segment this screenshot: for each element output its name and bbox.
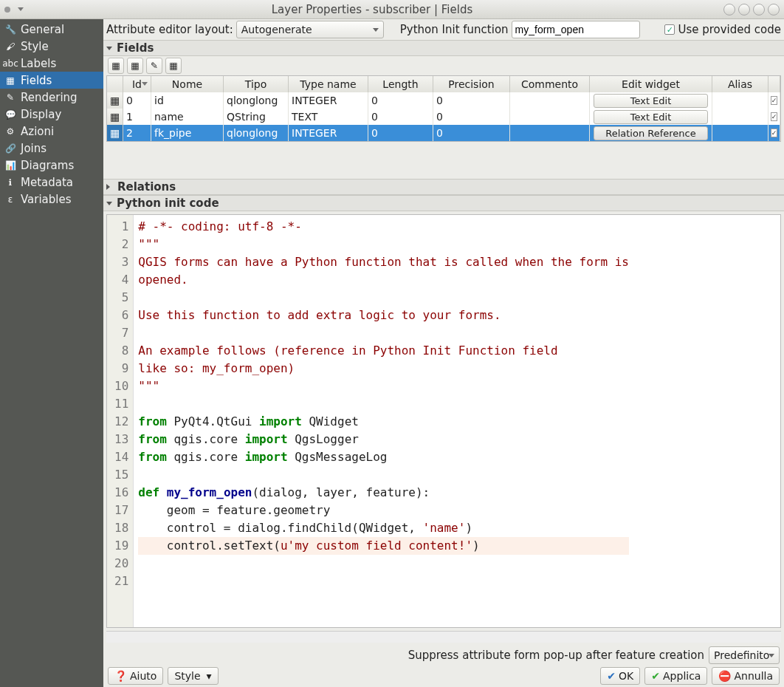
col-nome[interactable]: Nome — [151, 76, 224, 92]
col-tipo[interactable]: Tipo — [224, 76, 289, 92]
sidebar-icon: 🔧 — [4, 24, 16, 35]
python-code-editor[interactable]: 123456789101112131415161718192021 # -*- … — [106, 214, 781, 628]
help-button[interactable]: ❓Aiuto — [108, 667, 163, 685]
sidebar-item-style[interactable]: 🖌Style — [0, 38, 103, 55]
cell-id: 1 — [123, 109, 151, 125]
section-python-title: Python init code — [117, 196, 219, 210]
sidebar-item-label: Variables — [21, 193, 72, 206]
row-header-corner — [107, 76, 123, 92]
new-field-button[interactable]: ▦ — [108, 58, 124, 74]
code-content[interactable]: # -*- coding: utf-8 -*-"""QGIS forms can… — [134, 215, 633, 627]
cancel-icon: ⛔ — [718, 670, 731, 682]
cell-alias — [712, 109, 768, 125]
sidebar-item-label: Fields — [21, 74, 52, 87]
sidebar-icon: ⚙ — [4, 126, 16, 137]
cell-typename: INTEGER — [289, 125, 368, 141]
sidebar-item-rendering[interactable]: ✎Rendering — [0, 89, 103, 106]
cell-alias — [712, 125, 768, 141]
table-row[interactable]: ▦1nameQStringTEXT00Text Edit✓ — [107, 109, 780, 125]
cell-id: 2 — [123, 125, 151, 141]
cell-nome: name — [151, 109, 224, 125]
window-maximize-icon[interactable] — [753, 4, 765, 16]
cell-commento — [510, 92, 590, 109]
sidebar-item-label: Joins — [21, 142, 47, 155]
sidebar-item-joins[interactable]: 🔗Joins — [0, 140, 103, 157]
cell-tipo: qlonglong — [224, 92, 289, 109]
collapse-icon — [106, 202, 112, 205]
cell-widget: Text Edit — [590, 92, 712, 109]
sidebar-icon: 🖌 — [4, 41, 16, 52]
table-row[interactable]: ▦0idqlonglongINTEGER00Text Edit✓ — [107, 92, 780, 109]
window-title: Layer Properties - subscriber | Fields — [272, 3, 473, 16]
cell-check[interactable]: ✓ — [768, 125, 780, 141]
python-init-function-input[interactable] — [512, 21, 640, 38]
sidebar-item-display[interactable]: 💬Display — [0, 106, 103, 123]
sidebar-item-metadata[interactable]: ℹMetadata — [0, 174, 103, 191]
suppress-form-combo[interactable]: Predefinito — [709, 646, 780, 664]
style-button[interactable]: Style▾ — [168, 667, 218, 685]
sidebar-icon: ℹ — [4, 177, 16, 188]
field-calculator-button[interactable]: ▦ — [165, 58, 182, 74]
sidebar-icon: 💬 — [4, 109, 16, 120]
checkbox-icon: ✓ — [771, 112, 778, 121]
sidebar-item-diagrams[interactable]: 📊Diagrams — [0, 157, 103, 174]
suppress-form-label: Suppress attribute form pop-up after fea… — [408, 649, 704, 662]
edit-widget-button[interactable]: Text Edit — [594, 110, 708, 124]
col-length[interactable]: Length — [368, 76, 433, 92]
window-close-icon[interactable] — [768, 4, 780, 16]
attribute-editor-layout-value: Autogenerate — [241, 24, 312, 35]
apply-button[interactable]: ✔Applica — [644, 667, 707, 685]
col-id[interactable]: Id — [123, 76, 151, 92]
checkbox-icon: ✓ — [771, 96, 778, 105]
col-precision[interactable]: Precision — [433, 76, 510, 92]
delete-field-button[interactable]: ▦ — [127, 58, 143, 74]
sidebar-item-label: Rendering — [21, 91, 78, 104]
code-horizontal-scrollbar[interactable] — [106, 631, 781, 643]
table-row[interactable]: ▦2fk_pipeqlonglongINTEGER00Relation Refe… — [107, 125, 780, 141]
col-alias[interactable]: Alias — [712, 76, 768, 92]
use-provided-code-checkbox[interactable]: ✓ Use provided code — [664, 23, 781, 36]
ok-button[interactable]: ✔OK — [600, 667, 640, 685]
cell-check[interactable]: ✓ — [768, 109, 780, 125]
sidebar-item-label: Metadata — [21, 176, 73, 189]
sidebar-icon: 📊 — [4, 160, 16, 171]
section-relations-header[interactable]: Relations — [103, 179, 784, 195]
collapse-icon — [106, 47, 112, 50]
section-python-header[interactable]: Python init code — [103, 195, 784, 211]
cell-widget: Relation Reference — [590, 125, 712, 141]
attribute-editor-layout-combo[interactable]: Autogenerate — [236, 21, 384, 38]
window-menu-icon[interactable] — [4, 7, 10, 13]
edit-widget-button[interactable]: Relation Reference — [594, 126, 708, 140]
sidebar-item-labels[interactable]: abcLabels — [0, 55, 103, 72]
cell-precision: 0 — [433, 92, 510, 109]
sidebar-item-general[interactable]: 🔧General — [0, 21, 103, 38]
cell-nome: id — [151, 92, 224, 109]
sidebar-icon: abc — [4, 58, 16, 69]
checkbox-icon: ✓ — [664, 24, 675, 35]
window-help-icon[interactable] — [723, 4, 735, 16]
python-init-function-label: Python Init function — [400, 23, 509, 36]
cell-widget: Text Edit — [590, 109, 712, 125]
help-icon: ❓ — [114, 670, 127, 682]
sidebar-item-label: Display — [21, 108, 61, 121]
cell-commento — [510, 109, 590, 125]
row-header-icon: ▦ — [107, 125, 123, 141]
section-fields-header[interactable]: Fields — [103, 40, 784, 56]
checkbox-icon: ✓ — [771, 129, 778, 137]
cancel-button[interactable]: ⛔Annulla — [712, 667, 780, 685]
cell-id: 0 — [123, 92, 151, 109]
col-commento[interactable]: Commento — [510, 76, 590, 92]
sidebar-icon: ε — [4, 194, 16, 205]
attribute-editor-layout-label: Attribute editor layout: — [106, 23, 233, 36]
sidebar-item-variables[interactable]: εVariables — [0, 191, 103, 208]
toggle-editing-button[interactable]: ✎ — [146, 58, 162, 74]
cell-check[interactable]: ✓ — [768, 92, 780, 109]
edit-widget-button[interactable]: Text Edit — [594, 94, 708, 108]
cell-commento — [510, 125, 590, 141]
col-typename[interactable]: Type name — [289, 76, 368, 92]
sidebar-item-fields[interactable]: ▦Fields — [0, 72, 103, 89]
sidebar-item-azioni[interactable]: ⚙Azioni — [0, 123, 103, 140]
window-menu-dropdown-icon[interactable] — [18, 7, 24, 11]
col-widget[interactable]: Edit widget — [590, 76, 712, 92]
window-minimize-icon[interactable] — [738, 4, 750, 16]
